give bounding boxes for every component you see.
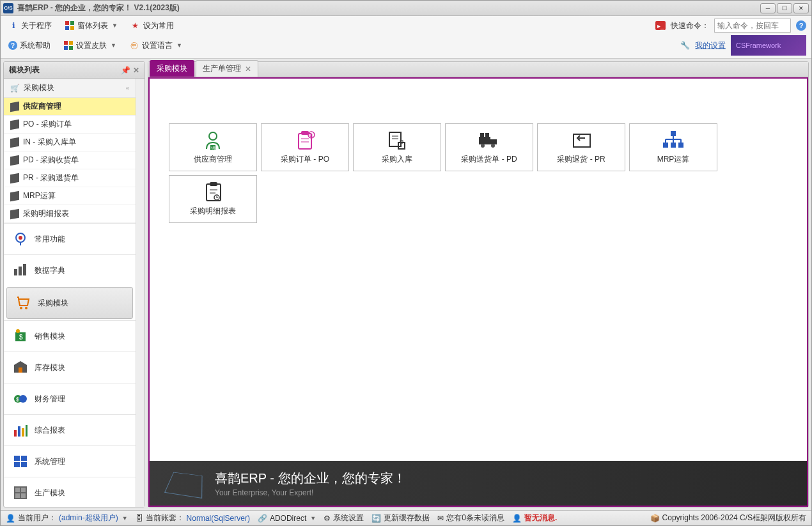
nav-item-label: 常用功能	[35, 234, 65, 245]
tile-icon	[568, 130, 594, 150]
tile[interactable]: 采购送货单 - PD	[445, 123, 533, 171]
nav-item-system[interactable]: 系统管理	[4, 445, 136, 477]
tile[interactable]: 采购退货 - PR	[537, 123, 625, 171]
nav-item-sale[interactable]: $销售模块	[4, 320, 136, 352]
prod-icon	[13, 485, 28, 500]
nav-item-report[interactable]: 综合报表	[4, 414, 136, 445]
tree-item[interactable]: PD - 采购收货单	[4, 151, 136, 169]
status-copyright-label: Copyrights 2006-2024 C/S框架网版权所有	[662, 513, 806, 523]
sidebar-module-head[interactable]: 🛒 采购模块 «	[4, 79, 136, 98]
tree-item[interactable]: PO - 采购订单	[4, 116, 136, 134]
nav-item-label: 综合报表	[35, 425, 65, 436]
cube-icon	[10, 101, 19, 111]
status-settings-button[interactable]: ⚙ 系统设置	[324, 513, 364, 523]
tree-item[interactable]: MRP运算	[4, 187, 136, 205]
svg-rect-7	[69, 41, 73, 45]
maximize-button[interactable]: ☐	[777, 3, 792, 13]
svg-rect-28	[14, 456, 20, 461]
pin-icon[interactable]: 📌	[121, 66, 130, 75]
tree-item[interactable]: IN - 采购入库单	[4, 134, 136, 151]
window-list-button[interactable]: 窗体列表 ▼	[62, 19, 120, 33]
svg-rect-3	[70, 26, 74, 30]
titlebar: C/S 喜鹊ERP - 您的企业，您的专家！ V2.1(2023版) ─ ☐ ✕	[1, 1, 811, 16]
status-user[interactable]: 👤 当前用户： (admin-超级用户) ▼	[6, 513, 128, 523]
system-icon	[13, 454, 28, 469]
tree-item[interactable]: 供应商管理	[4, 98, 136, 116]
window-title: 喜鹊ERP - 您的企业，您的专家！ V2.1(2023版)	[17, 3, 180, 13]
info-icon: ℹ	[8, 20, 19, 31]
nav-item-prod[interactable]: 生产模块	[4, 477, 136, 507]
nav-item-finance[interactable]: $财务管理	[4, 383, 136, 414]
tile[interactable]: 供供应商管理	[169, 123, 257, 171]
main-content: 供供应商管理购采购订单 - PO采购入库采购送货单 - PD采购退货 - PRM…	[148, 77, 808, 507]
person-icon: 👤	[512, 514, 522, 523]
svg-rect-9	[69, 46, 73, 50]
tile[interactable]: MRP运算	[629, 123, 717, 171]
status-unread-label: 您有0条未读消息	[446, 513, 504, 523]
star-icon: ★	[130, 20, 141, 31]
svg-rect-59	[663, 143, 668, 148]
tree-item-label: PR - 采购退货单	[23, 173, 79, 183]
svg-rect-8	[64, 46, 68, 50]
finance-icon: $	[13, 391, 28, 406]
svg-text:供: 供	[211, 146, 215, 150]
tile[interactable]: 采购入库	[353, 123, 441, 171]
tree-item[interactable]: 采购明细报表	[4, 205, 136, 223]
tab[interactable]: 生产单管理✕	[196, 60, 258, 77]
set-lang-button[interactable]: ㊥ 设置语言 ▼	[127, 39, 185, 52]
tile-icon	[386, 130, 409, 150]
status-refresh-button[interactable]: 🔄 更新缓存数据	[371, 513, 430, 523]
status-ado[interactable]: 🔗 ADODirect ▼	[258, 514, 316, 523]
set-common-button[interactable]: ★ 设为常用	[128, 19, 176, 33]
sys-help-button[interactable]: ? 系统帮助	[6, 39, 53, 52]
svg-rect-31	[21, 462, 27, 467]
about-button[interactable]: ℹ 关于程序	[6, 19, 54, 33]
nav-item-label: 采购模块	[38, 298, 68, 309]
close-icon[interactable]: ✕	[245, 65, 251, 73]
svg-rect-26	[22, 428, 24, 437]
tree-item[interactable]: PR - 采购退货单	[4, 169, 136, 187]
sys-help-label: 系统帮助	[20, 40, 51, 51]
set-skin-button[interactable]: 设置皮肤 ▼	[61, 39, 119, 52]
tab[interactable]: 采购模块	[150, 60, 194, 77]
status-db: 🗄 当前账套： Normal(SqlServer)	[136, 513, 250, 523]
close-panel-icon[interactable]: ✕	[133, 66, 139, 75]
sale-icon: $	[13, 329, 28, 344]
close-button[interactable]: ✕	[793, 3, 809, 13]
nav-item-pin[interactable]: 常用功能	[4, 223, 136, 254]
svg-rect-36	[21, 493, 26, 498]
report-icon	[13, 422, 28, 438]
tile[interactable]: 采购明细报表	[169, 175, 257, 223]
cube-icon	[10, 155, 19, 165]
tree-item-label: IN - 采购入库单	[23, 137, 76, 148]
tile-label: MRP运算	[657, 154, 690, 165]
user-icon: 👤	[6, 514, 15, 523]
nav-item-label: 数据字典	[35, 265, 65, 276]
nav-item-stock[interactable]: 库存模块	[4, 352, 136, 383]
nav-item-dict[interactable]: 数据字典	[4, 254, 136, 286]
refresh-icon: 🔄	[371, 514, 381, 523]
sidebar-scrollbar[interactable]	[136, 79, 144, 507]
app-logo: C/S	[3, 3, 13, 13]
tile-grid: 供供应商管理购采购订单 - PO采购入库采购送货单 - PD采购退货 - PRM…	[150, 79, 807, 236]
status-settings-label: 系统设置	[333, 513, 364, 523]
csframework-logo: CSFramework	[731, 35, 806, 56]
svg-rect-56	[485, 133, 489, 137]
banner-subtitle: Your Enterprise, Your Expert!	[215, 488, 406, 497]
svg-rect-51	[479, 137, 490, 144]
quick-cmd-input[interactable]	[714, 19, 791, 33]
tree-item-label: MRP运算	[23, 190, 56, 201]
tile[interactable]: 购采购订单 - PO	[261, 123, 349, 171]
nav-item-cart[interactable]: 采购模块	[6, 287, 133, 319]
status-refresh-label: 更新缓存数据	[384, 513, 430, 523]
svg-point-37	[209, 132, 217, 140]
help-icon[interactable]: ?	[796, 20, 806, 31]
minimize-button[interactable]: ─	[760, 3, 776, 13]
svg-rect-27	[26, 425, 27, 437]
svg-point-22	[19, 395, 27, 403]
status-unread[interactable]: ✉ 您有0条未读消息	[437, 513, 504, 523]
tree-item-label: PO - 采购订单	[23, 119, 72, 130]
svg-rect-14	[23, 264, 26, 275]
chevron-down-icon: ▼	[310, 515, 316, 522]
my-settings-link[interactable]: 我的设置	[695, 40, 726, 51]
